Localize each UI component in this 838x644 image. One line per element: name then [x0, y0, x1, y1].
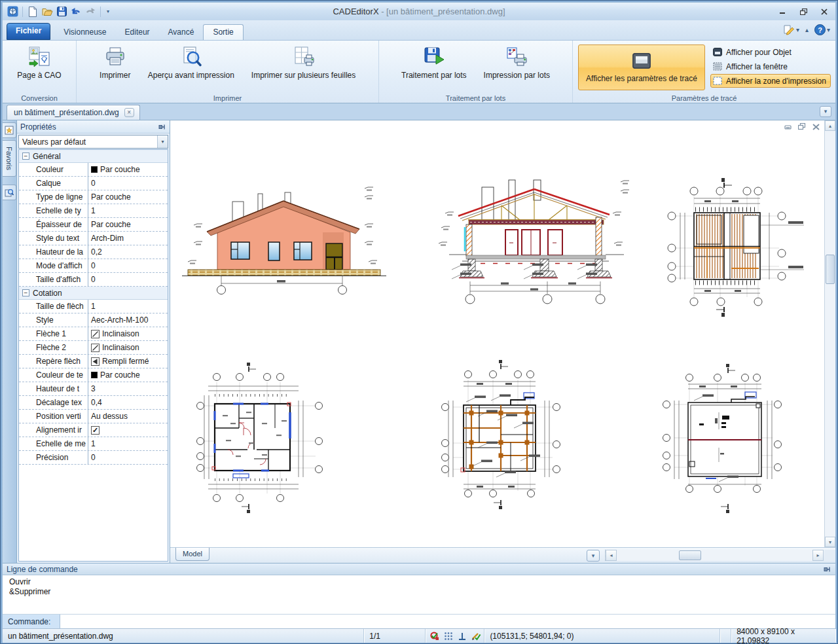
command-line-header[interactable]: Ligne de commande [3, 564, 835, 575]
draft-mode-icon[interactable] [471, 631, 481, 641]
apercu-avant-impression-button[interactable]: Aperçu avant impression [143, 43, 240, 81]
open-file-icon[interactable] [41, 6, 53, 18]
mdi-restore-icon[interactable] [797, 122, 807, 131]
property-group-header[interactable]: −Cotation [19, 287, 168, 300]
horizontal-scroll-thumb[interactable] [679, 550, 701, 560]
property-row[interactable]: Mode d'affich0 [19, 259, 168, 273]
impression-par-lots-button[interactable]: Impression par lots [479, 43, 555, 81]
tab-avance[interactable]: Avancé [159, 25, 204, 40]
property-value[interactable]: 0 [88, 453, 168, 462]
property-value[interactable]: ✓ [88, 426, 168, 435]
afficher-pour-objet-option[interactable]: Afficher pour Objet [710, 45, 831, 59]
collapse-icon[interactable]: − [22, 152, 29, 160]
mdi-minimize-icon[interactable] [783, 122, 793, 131]
property-row[interactable]: Décalage tex0,4 [19, 396, 168, 410]
tab-editeur[interactable]: Editeur [116, 25, 159, 40]
property-group-header[interactable]: −Général [19, 150, 168, 163]
property-value[interactable]: 1 [88, 439, 168, 448]
property-value[interactable]: Par couche [88, 220, 168, 229]
property-value[interactable]: Par couche [88, 165, 168, 174]
imprimer-button[interactable]: Imprimer [94, 43, 136, 81]
preset-selector[interactable]: Valeurs par défaut ▾ [18, 135, 168, 149]
property-row[interactable]: Repère flèchRempli fermé [19, 355, 168, 368]
property-value[interactable]: Arch-Dim [88, 234, 168, 243]
close-button[interactable] [817, 7, 831, 17]
property-row[interactable]: Taille d'affich0 [19, 273, 168, 287]
property-row[interactable]: Hauteur de t3 [19, 382, 168, 396]
property-value[interactable]: 0 [88, 261, 168, 270]
new-document-icon[interactable] [27, 6, 39, 18]
view-roof-plan[interactable] [663, 364, 782, 513]
property-row[interactable]: Précision0 [19, 451, 168, 465]
property-value[interactable]: 0 [88, 275, 168, 284]
property-value[interactable]: Inclinaison [88, 343, 168, 352]
property-row[interactable]: CouleurPar couche [19, 163, 168, 177]
title-bar[interactable]: ▾ CADEditorX - [un bâtiment_présentation… [3, 3, 835, 20]
restore-button[interactable] [796, 7, 811, 17]
favorites-panel-tab[interactable]: Favoris [3, 140, 16, 177]
horizontal-scrollbar[interactable]: ◂ ▸ [605, 550, 824, 561]
property-value[interactable]: Aec-Arch-M-100 [88, 315, 168, 325]
mdi-close-icon[interactable] [811, 122, 821, 131]
snap-toggle-icon[interactable] [429, 631, 439, 641]
tab-fichier[interactable]: Fichier [7, 23, 50, 40]
scroll-left-icon[interactable]: ◂ [606, 550, 617, 561]
traitement-par-lots-button[interactable]: Traitement par lots [396, 43, 472, 81]
properties-panel-tab[interactable] [3, 122, 16, 138]
property-row[interactable]: Alignement ir✓ [19, 423, 168, 437]
view-cross-section[interactable] [439, 180, 629, 304]
scroll-down-icon[interactable]: ▾ [825, 537, 835, 547]
layout-list-dropdown-icon[interactable]: ▾ [587, 550, 600, 562]
property-value[interactable]: Au dessus [88, 412, 168, 421]
afficher-la-fenetre-option[interactable]: Afficher la fenêtre [710, 60, 831, 73]
property-value[interactable]: 0 [88, 179, 168, 188]
view-framing-plan[interactable] [668, 178, 804, 317]
imprimer-plusieurs-feuilles-button[interactable]: Imprimer sur plusieurs feuilles [246, 43, 361, 81]
property-value[interactable]: 1 [88, 206, 168, 215]
tab-visionneuse[interactable]: Visionneuse [54, 25, 115, 40]
pin-icon[interactable] [824, 565, 831, 573]
document-tab[interactable]: un bâtiment_présentation.dwg × [7, 105, 140, 120]
property-row[interactable]: Flèche 2Inclinaison [19, 341, 168, 355]
minimize-ribbon-icon[interactable]: ▴ [805, 26, 809, 33]
collapse-icon[interactable]: − [22, 289, 29, 296]
tab-list-dropdown-icon[interactable]: ▾ [820, 106, 831, 117]
save-icon[interactable] [56, 6, 67, 18]
vertical-scroll-thumb[interactable] [826, 255, 835, 284]
property-value[interactable]: 1 [88, 302, 168, 311]
grid-toggle-icon[interactable] [444, 632, 453, 641]
help-icon[interactable]: ? ▾ [814, 24, 830, 35]
vertical-scrollbar[interactable]: ▴ ▾ [824, 120, 835, 547]
properties-header[interactable]: Propriétés [17, 120, 170, 134]
combo-dropdown-icon[interactable]: ▾ [157, 135, 168, 148]
qat-customize-dropdown-icon[interactable]: ▾ [105, 6, 111, 18]
view-floor-plan[interactable] [197, 363, 323, 513]
property-row[interactable]: Type de lignePar couche [19, 190, 168, 204]
scroll-right-icon[interactable]: ▸ [812, 550, 824, 561]
pin-icon[interactable] [158, 123, 166, 131]
afficher-zone-impression-option[interactable]: Afficher la zone d'impression [710, 74, 831, 88]
undo-icon[interactable] [70, 6, 82, 18]
scroll-up-icon[interactable]: ▴ [825, 120, 835, 131]
property-row[interactable]: Épaisseur dePar couche [19, 218, 168, 232]
tab-sortie[interactable]: Sortie [203, 24, 243, 40]
property-value[interactable]: Par couche [88, 192, 168, 202]
close-document-icon[interactable]: × [124, 108, 134, 117]
minimize-button[interactable] [775, 7, 790, 17]
drawing-viewport[interactable]: .bub{fill:#fff;stroke:#333;stroke-width:… [170, 120, 835, 563]
property-row[interactable]: Echelle de ty1 [19, 204, 168, 218]
property-row[interactable]: StyleAec-Arch-M-100 [19, 313, 168, 327]
property-value[interactable]: Inclinaison [88, 329, 168, 338]
model-layout-tab[interactable]: Model [175, 548, 210, 561]
property-row[interactable]: Style du textArch-Dim [19, 232, 168, 245]
property-row[interactable]: Echelle de me1 [19, 437, 168, 451]
search-panel-tab[interactable] [3, 185, 16, 200]
afficher-parametres-trace-button[interactable]: Afficher les paramètres de tracé [578, 45, 705, 90]
command-input[interactable] [60, 615, 835, 628]
property-value[interactable]: 0,4 [88, 398, 168, 407]
command-history[interactable]: Ouvrir&Supprimer [3, 575, 835, 599]
redo-icon[interactable] [84, 6, 96, 18]
ortho-toggle-icon[interactable] [458, 632, 467, 641]
drawing-canvas[interactable]: .bub{fill:#fff;stroke:#333;stroke-width:… [170, 120, 826, 547]
checkbox-checked-icon[interactable]: ✓ [91, 426, 100, 435]
